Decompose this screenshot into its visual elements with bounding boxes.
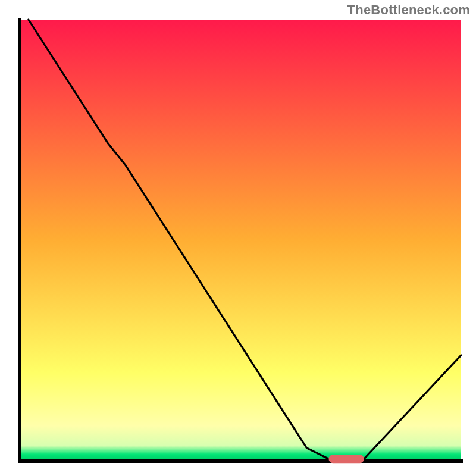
bottleneck-chart: [0, 0, 476, 476]
watermark-text: TheBottleneck.com: [347, 2, 470, 18]
plot-background: [20, 20, 461, 461]
optimal-marker: [328, 455, 364, 463]
chart-container: TheBottleneck.com: [0, 0, 476, 476]
